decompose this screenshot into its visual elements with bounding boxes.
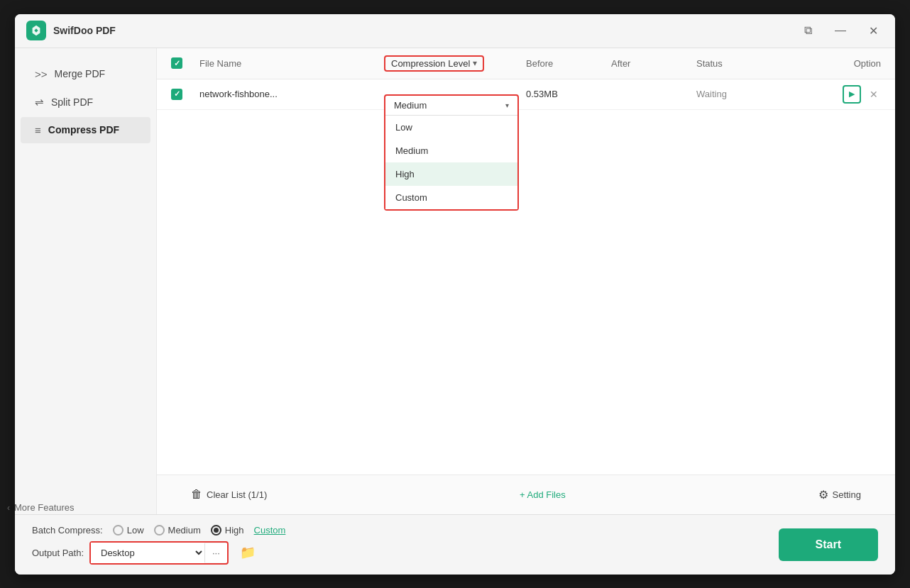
sidebar-item-merge-label: Merge PDF [55,68,106,79]
custom-link[interactable]: Custom [254,525,286,536]
play-button[interactable]: ▶ [843,85,861,104]
title-bar: SwifDoo PDF ⧉ — ✕ [15,14,895,48]
clear-list-label: Clear List (1/1) [207,489,267,500]
app-logo [26,21,46,40]
row-checkbox-col [171,89,199,100]
sidebar: >> Merge PDF ⇌ Split PDF ≡ Compress PDF … [15,48,157,514]
minimize-button[interactable]: — [829,21,852,40]
output-path-row: Output Path: Desktop ··· 📁 [32,541,779,565]
batch-compress-row: Batch Compress: Low Medium High Custom [32,525,779,536]
dropdown-option-custom[interactable]: Custom [385,186,517,209]
sidebar-item-split-pdf[interactable]: ⇌ Split PDF [21,89,150,116]
dropdown-option-medium[interactable]: Medium [385,139,517,162]
sidebar-item-split-label: Split PDF [51,96,93,108]
row-status: Waiting [696,89,782,99]
output-path-more-button[interactable]: ··· [204,543,227,562]
close-small-icon: ✕ [870,89,878,100]
main-area: >> Merge PDF ⇌ Split PDF ≡ Compress PDF … [15,48,895,514]
split-icon: ⇌ [35,96,44,109]
output-path-select[interactable]: Desktop [91,543,204,563]
close-button[interactable]: ✕ [863,21,884,40]
status-header: Status [696,58,782,69]
bottom-bar: Batch Compress: Low Medium High Custom [15,514,895,575]
compression-level-label: Compression Level [391,58,470,69]
radio-medium-circle [154,525,165,536]
dropdown-option-high[interactable]: High [385,162,517,186]
output-path-container: Desktop ··· [89,541,229,565]
dropdown-open-box: Medium ▾ Low Medium High Custom [384,94,519,211]
option-header: Option [782,58,881,69]
content-area: File Name Compression Level ▾ Before Aft… [157,48,895,514]
after-header: After [611,58,696,69]
radio-medium[interactable]: Medium [154,525,201,536]
clear-list-button[interactable]: 🗑 Clear List (1/1) [185,485,273,504]
radio-high-circle [211,525,221,536]
output-path-label: Output Path: [32,548,84,558]
batch-compress-label: Batch Compress: [32,525,103,536]
merge-icon: >> [35,68,48,80]
radio-high[interactable]: High [211,525,244,536]
add-files-button[interactable]: + Add Files [514,487,571,503]
app-title: SwifDoo PDF [53,25,799,36]
gear-icon: ⚙ [818,488,828,501]
dropdown-arrow-icon: ▾ [505,101,509,109]
start-button[interactable]: Start [779,528,878,561]
setting-label: Setting [833,489,861,500]
radio-group: Low Medium High Custom [113,525,286,536]
remove-button[interactable]: ✕ [867,87,881,101]
trash-icon: 🗑 [191,488,202,501]
file-table: File Name Compression Level ▾ Before Aft… [157,48,895,475]
dropdown-options: Low Medium High Custom [385,116,517,209]
radio-low-label: Low [127,525,144,536]
dropdown-option-low[interactable]: Low [385,116,517,139]
more-features-label: More Features [15,502,75,513]
more-features-button[interactable]: ‹ More Features [15,498,142,514]
sidebar-item-compress-label: Compress PDF [48,124,119,135]
filename-header: File Name [199,58,384,69]
radio-low-circle [113,525,124,536]
add-files-label: + Add Files [520,489,566,500]
window-controls: ⧉ — ✕ [799,21,884,40]
dropdown-selected-value: Medium [394,100,427,111]
table-row: network-fishbone... Medium ▾ Low Medium [157,79,895,110]
app-window: SwifDoo PDF ⧉ — ✕ >> Merge PDF ⇌ Split P… [15,14,895,575]
header-checkbox-col [171,57,199,69]
table-footer: 🗑 Clear List (1/1) + Add Files ⚙ Setting [157,475,895,514]
play-icon: ▶ [849,89,855,99]
radio-medium-label: Medium [168,525,201,536]
row-filename: network-fishbone... [199,89,384,99]
select-all-checkbox[interactable] [171,57,182,69]
row-checkbox[interactable] [171,89,182,100]
compression-header: Compression Level ▾ [384,55,526,72]
before-header: Before [526,58,611,69]
sidebar-item-compress-pdf[interactable]: ≡ Compress PDF [21,117,150,143]
radio-low[interactable]: Low [113,525,144,536]
row-actions: ▶ ✕ [782,85,881,104]
setting-button[interactable]: ⚙ Setting [813,485,867,504]
bottom-left: Batch Compress: Low Medium High Custom [32,525,779,565]
table-header: File Name Compression Level ▾ Before Aft… [157,48,895,79]
row-before: 0.53MB [526,89,611,99]
dropdown-selected[interactable]: Medium ▾ [385,96,517,116]
compression-arrow-icon: ▾ [473,58,477,68]
compress-icon: ≡ [35,124,41,136]
radio-high-label: High [225,525,244,536]
sidebar-item-merge-pdf[interactable]: >> Merge PDF [21,61,150,87]
restore-button[interactable]: ⧉ [799,21,818,40]
folder-browse-icon[interactable]: 📁 [240,545,256,560]
